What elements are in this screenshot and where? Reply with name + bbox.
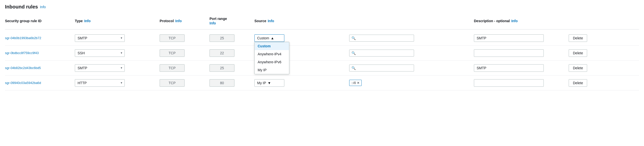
source-btn-label-4: My IP	[257, 81, 266, 85]
cell-type-2: SMTP SSH HTTP HTTPS ▼	[75, 48, 160, 58]
cell-desc-2	[474, 48, 569, 58]
rule-id-1[interactable]: sgr-04b0b1993ba6b2b72	[5, 36, 41, 40]
protocol-info-link[interactable]: Info	[175, 19, 182, 23]
desc-input-4[interactable]	[474, 79, 544, 87]
rule-id-4[interactable]: sgr-09940c03a5942ba6d	[5, 81, 41, 85]
delete-btn-2[interactable]: Delete	[569, 49, 587, 57]
cell-actions-2: Delete	[569, 48, 598, 58]
desc-input-2[interactable]	[474, 49, 544, 57]
search-icon-3: 🔍	[352, 66, 356, 70]
source-info-link[interactable]: Info	[268, 19, 274, 23]
cell-protocol-2: TCP	[160, 48, 210, 58]
table-header: Security group rule ID Type Info Protoco…	[5, 15, 639, 30]
cell-type-4: SMTP SSH HTTP HTTPS ▼	[75, 78, 160, 88]
dropdown-item-anywhere-ipv4-1[interactable]: Anywhere-IPv4	[255, 50, 289, 58]
delete-btn-3[interactable]: Delete	[569, 64, 587, 72]
cell-rule-id-1: sgr-04b0b1993ba6b2b72	[5, 35, 75, 41]
rule-id-2[interactable]: sgr-0bdbcc8f759cc9f43	[5, 51, 39, 55]
table-row: sgr-09940c03a5942ba6d SMTP SSH HTTP HTTP…	[5, 75, 639, 90]
cell-cidr-3: 🔍	[349, 64, 474, 73]
type-select-wrapper-1: SMTP SSH HTTP HTTPS Custom TCP ▼	[75, 34, 125, 42]
col-header-description: Description - optional Info	[474, 15, 569, 27]
rule-id-3[interactable]: sgr-04b82bc2d43bc6bd5	[5, 66, 41, 70]
cell-port-3: 25	[210, 63, 254, 73]
source-btn-4[interactable]: My IP ▼	[254, 79, 284, 87]
port-field-2: 22	[210, 49, 234, 57]
description-info-link[interactable]: Info	[511, 19, 518, 23]
cell-cidr-2: 🔍	[349, 49, 474, 58]
type-info-link[interactable]: Info	[84, 19, 91, 23]
port-info-link[interactable]: Info	[210, 21, 216, 25]
page-title-info-link[interactable]: Info	[40, 5, 46, 9]
dropdown-item-anywhere-ipv6-1[interactable]: Anywhere-IPv6	[255, 58, 289, 66]
cell-rule-id-2: sgr-0bdbcc8f759cc9f43	[5, 50, 75, 56]
dropdown-item-custom-1[interactable]: Custom	[255, 42, 289, 50]
desc-input-3[interactable]	[474, 64, 544, 72]
delete-btn-4[interactable]: Delete	[569, 79, 587, 87]
protocol-field-2: TCP	[160, 49, 184, 57]
cell-desc-3	[474, 63, 569, 73]
port-field-3: 25	[210, 64, 234, 72]
cell-port-4: 80	[210, 78, 254, 88]
cidr-value-4: ::/0	[352, 81, 356, 85]
col-header-source: Source Info	[254, 15, 349, 27]
cell-source-4: My IP ▼	[254, 78, 349, 88]
source-dropdown-4: My IP ▼	[254, 79, 284, 87]
table-row: sgr-04b82bc2d43bc6bd5 SMTP SSH HTTP HTTP…	[5, 61, 639, 75]
cell-actions-3: Delete	[569, 63, 598, 73]
protocol-field-1: TCP	[160, 34, 184, 42]
port-field-4: 80	[210, 79, 234, 87]
type-select-wrapper-4: SMTP SSH HTTP HTTPS ▼	[75, 79, 125, 87]
type-select-1[interactable]: SMTP SSH HTTP HTTPS Custom TCP	[75, 34, 125, 42]
type-select-wrapper-3: SMTP SSH HTTP HTTPS ▼	[75, 64, 125, 72]
protocol-field-3: TCP	[160, 64, 184, 72]
col-header-type: Type Info	[75, 15, 160, 27]
search-icon-1: 🔍	[352, 36, 356, 40]
col-header-cidr	[349, 15, 474, 27]
cell-cidr-4: ::/0 ✕	[349, 79, 474, 87]
cell-type-3: SMTP SSH HTTP HTTPS ▼	[75, 63, 160, 73]
cell-port-1: 25	[210, 33, 254, 43]
cell-protocol-3: TCP	[160, 63, 210, 73]
source-btn-arrow-4: ▼	[268, 81, 271, 85]
cell-actions-4: Delete	[569, 78, 598, 88]
table-row: sgr-04b0b1993ba6b2b72 SMTP SSH HTTP HTTP…	[5, 31, 639, 46]
cell-desc-1	[474, 33, 569, 43]
col-header-port-range: Port range Info	[210, 15, 254, 27]
desc-input-1[interactable]	[474, 34, 544, 42]
col-header-actions	[569, 15, 598, 27]
cell-rule-id-3: sgr-04b82bc2d43bc6bd5	[5, 65, 75, 71]
search-wrapper-2: 🔍	[349, 50, 414, 57]
cidr-search-1[interactable]	[357, 36, 412, 40]
cell-actions-1: Delete	[569, 33, 598, 43]
table-row: sgr-0bdbcc8f759cc9f43 SMTP SSH HTTP HTTP…	[5, 46, 639, 61]
cell-protocol-1: TCP	[160, 33, 210, 43]
port-field-1: 25	[210, 34, 234, 42]
col-header-rule-id: Security group rule ID	[5, 15, 75, 27]
cell-type-1: SMTP SSH HTTP HTTPS Custom TCP ▼	[75, 33, 160, 43]
cell-port-2: 22	[210, 48, 254, 58]
type-select-4[interactable]: SMTP SSH HTTP HTTPS	[75, 79, 125, 87]
page-header: Inbound rules Info	[5, 4, 639, 10]
search-wrapper-3: 🔍	[349, 65, 414, 72]
cidr-close-4[interactable]: ✕	[357, 81, 360, 85]
source-btn-arrow-1: ▲	[270, 36, 274, 40]
source-dropdown-menu-1: Custom Anywhere-IPv4 Anywhere-IPv6 My IP	[254, 42, 289, 74]
type-select-2[interactable]: SMTP SSH HTTP HTTPS	[75, 49, 125, 57]
source-btn-1[interactable]: Custom ▲	[254, 34, 284, 42]
cidr-search-2[interactable]	[357, 51, 412, 55]
page-title: Inbound rules	[5, 4, 38, 10]
cidr-search-3[interactable]	[357, 66, 412, 70]
cell-source-1: Custom ▲ Custom Anywhere-IPv4 Anywhere-I…	[254, 33, 349, 43]
search-icon-2: 🔍	[352, 51, 356, 55]
source-btn-label-1: Custom	[257, 36, 269, 40]
cell-protocol-4: TCP	[160, 78, 210, 88]
protocol-field-4: TCP	[160, 79, 184, 87]
cell-rule-id-4: sgr-09940c03a5942ba6d	[5, 80, 75, 86]
dropdown-item-myip-1[interactable]: My IP	[255, 66, 289, 74]
cell-desc-4	[474, 78, 569, 88]
type-select-3[interactable]: SMTP SSH HTTP HTTPS	[75, 64, 125, 72]
source-dropdown-1: Custom ▲ Custom Anywhere-IPv4 Anywhere-I…	[254, 34, 284, 42]
cidr-tag-4: ::/0 ✕	[349, 80, 362, 86]
delete-btn-1[interactable]: Delete	[569, 34, 587, 42]
